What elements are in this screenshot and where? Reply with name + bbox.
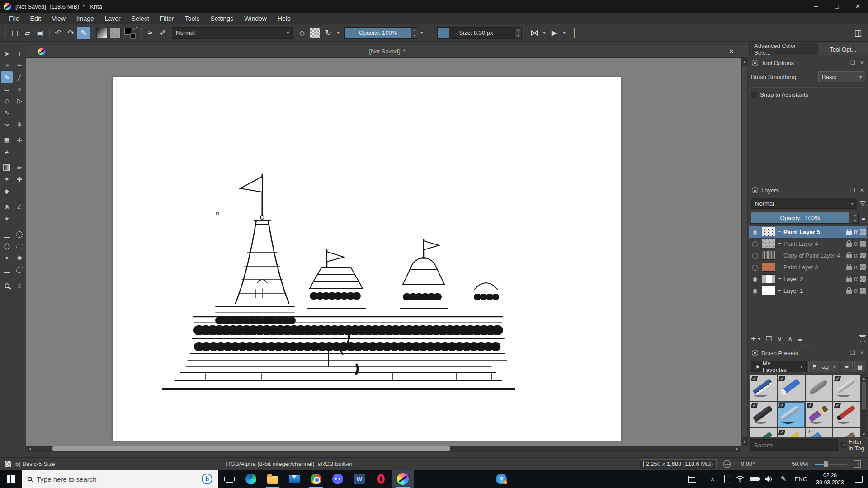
layer-name[interactable]: Copy of Paint Layer 4 [783, 252, 844, 259]
gradient-swatch[interactable] [96, 28, 107, 38]
presets-scrollbar[interactable]: ▴ ▾ [861, 375, 867, 437]
taskbar-help-app[interactable]: ? [491, 470, 512, 488]
layer-options-menu-icon[interactable]: ≡ [861, 214, 865, 222]
tag-filter-dropdown[interactable]: ★ My Favorites ▾ [751, 361, 807, 372]
menu-edit[interactable]: Edit [25, 14, 47, 23]
scroll-down-arrow[interactable]: ▾ [861, 431, 867, 437]
lock-icon[interactable] [846, 266, 852, 270]
reference-images-tool[interactable]: ✦ [1, 213, 13, 225]
subwindow-close-button[interactable]: ✕ [726, 47, 736, 56]
opacity-slider[interactable]: Opacity: 100% [344, 27, 411, 39]
layer-thumbnail[interactable] [762, 274, 775, 283]
freehand-selection-tool[interactable] [14, 240, 25, 252]
alpha-lock-icon[interactable]: α [854, 252, 858, 259]
move-layer-down-button[interactable]: ∨ [777, 335, 782, 343]
notification-center-button[interactable] [849, 470, 868, 488]
rotation-value[interactable]: 0.00° [737, 460, 758, 467]
add-layer-options-arrow[interactable]: ▾ [758, 337, 760, 342]
news-widget-button[interactable] [680, 470, 704, 488]
start-button[interactable] [0, 470, 22, 488]
close-docker-icon[interactable]: ✕ [860, 187, 864, 193]
choose-brush-preset-button[interactable]: ≈ [144, 27, 156, 39]
opacity-spinner[interactable]: ▴▾ [411, 27, 418, 39]
layer-thumbnail[interactable] [762, 227, 775, 236]
freehand-path-tool[interactable]: ∼ [14, 107, 25, 118]
filter-in-tag-checkbox[interactable]: ✓ [841, 442, 846, 448]
dynamic-brush-tool[interactable]: ↝ [1, 118, 13, 130]
zoom-value[interactable]: 50.0% [792, 460, 808, 467]
lock-icon[interactable] [846, 254, 852, 258]
menu-view[interactable]: View [47, 14, 71, 23]
edit-brush-settings-button[interactable]: ✐ [156, 27, 169, 39]
alpha-lock-icon[interactable]: α [854, 275, 858, 282]
line-tool[interactable]: ╱ [14, 71, 25, 83]
lock-icon[interactable] [846, 243, 852, 247]
fill-tool[interactable]: ◆ [1, 185, 13, 197]
layer-name[interactable]: Paint Layer 5 [783, 229, 844, 235]
move-layer-up-button[interactable]: ∧ [788, 335, 793, 343]
scroll-left-arrow[interactable]: ◂ [27, 446, 33, 452]
elliptical-selection-tool[interactable] [14, 229, 25, 240]
eraser-mode-button[interactable]: ◇ [296, 27, 308, 39]
layer-thumbnail[interactable] [762, 251, 775, 260]
taskbar-chrome[interactable] [305, 470, 327, 488]
taskbar-edge[interactable] [240, 470, 262, 488]
layer-row[interactable]: ◯ Copy of Paint Layer 4 α [749, 249, 867, 261]
network-button[interactable] [733, 470, 747, 488]
polygonal-selection-tool[interactable] [1, 240, 13, 252]
layer-properties-button[interactable]: ≡ [798, 335, 802, 343]
snap-to-assistants-checkbox[interactable] [751, 92, 757, 98]
taskbar-search-box[interactable]: b [22, 470, 218, 488]
canvas-size-field[interactable]: 2,250 x 1,688 (118.6 MiB) [640, 459, 717, 469]
brush-preset-messy-bristle[interactable] [833, 428, 860, 437]
inherit-alpha-icon[interactable] [860, 276, 866, 282]
layer-row[interactable]: ◉ Layer 1 α [749, 285, 867, 296]
rectangle-tool[interactable]: ▭ [1, 83, 13, 95]
layer-thumbnail[interactable] [762, 286, 775, 295]
undo-button[interactable]: ↶ [52, 27, 65, 39]
brush-preset-krita-marker[interactable]: ↻ [806, 428, 832, 437]
visibility-eye-icon[interactable]: ◉ [750, 276, 760, 282]
float-docker-icon[interactable]: ❐ [850, 60, 855, 66]
docker-lock-icon[interactable] [752, 350, 758, 356]
size-spinner[interactable]: ▴▾ [515, 27, 522, 39]
layer-filter-icon[interactable]: ▽ [860, 199, 865, 207]
choose-workspace-button[interactable]: ◫ [852, 27, 864, 39]
scroll-right-arrow[interactable]: ▸ [734, 446, 741, 452]
alpha-lock-icon[interactable]: α [854, 287, 858, 294]
brush-preset-wet-bristle-brush[interactable]: ✐ [806, 402, 832, 427]
move-tool[interactable]: ✛ [14, 134, 25, 146]
icon-size-button[interactable]: ▤ [854, 361, 865, 372]
vertical-scroll-handle[interactable] [742, 66, 747, 437]
layer-thumbnail[interactable] [762, 239, 775, 248]
bezier-curve-tool[interactable]: ∿ [1, 107, 13, 118]
tray-expand-button[interactable]: ∧ [704, 470, 721, 488]
background-color[interactable] [130, 33, 136, 39]
taskbar-wps-office[interactable]: W [349, 470, 370, 488]
layer-name[interactable]: Layer 1 [783, 287, 844, 294]
minimize-button[interactable]: ─ [806, 0, 826, 13]
menu-help[interactable]: Help [272, 14, 296, 23]
close-docker-icon[interactable]: ✕ [860, 350, 864, 356]
visibility-eye-icon[interactable]: ◯ [750, 240, 760, 247]
freehand-brush-tool[interactable]: ✎ [1, 71, 13, 83]
outline-selection-tool[interactable] [1, 264, 13, 276]
wrap-around-mode-button[interactable]: ┼ [568, 27, 580, 39]
opacity-options-arrow[interactable]: ▾ [418, 27, 425, 39]
layer-name[interactable]: Paint Layer 4 [783, 240, 844, 247]
phone-link-button[interactable] [721, 470, 733, 488]
multibrush-tool[interactable]: ✳ [14, 118, 25, 130]
blending-mode-dropdown[interactable]: Normal ▾ [172, 27, 293, 39]
zoom-tool[interactable] [1, 280, 13, 291]
pan-tool[interactable]: ☝ [14, 280, 25, 291]
tab-advanced-color-selector[interactable]: Advanced Color Sele... [749, 43, 818, 55]
reload-preset-button[interactable]: ↻ [322, 27, 335, 39]
tag-button[interactable]: ⚑ Tag ▾ [808, 361, 839, 372]
display-mode-button[interactable]: ≡ [841, 361, 853, 372]
menu-image[interactable]: Image [71, 14, 99, 23]
inherit-alpha-icon[interactable] [860, 241, 866, 247]
taskbar-opera[interactable] [370, 470, 392, 488]
layer-name[interactable]: Layer 2 [783, 276, 844, 282]
layer-row[interactable]: ◯ Paint Layer 4 α [749, 238, 867, 249]
brush-preset-block-eraser[interactable]: ✐ [750, 375, 777, 401]
